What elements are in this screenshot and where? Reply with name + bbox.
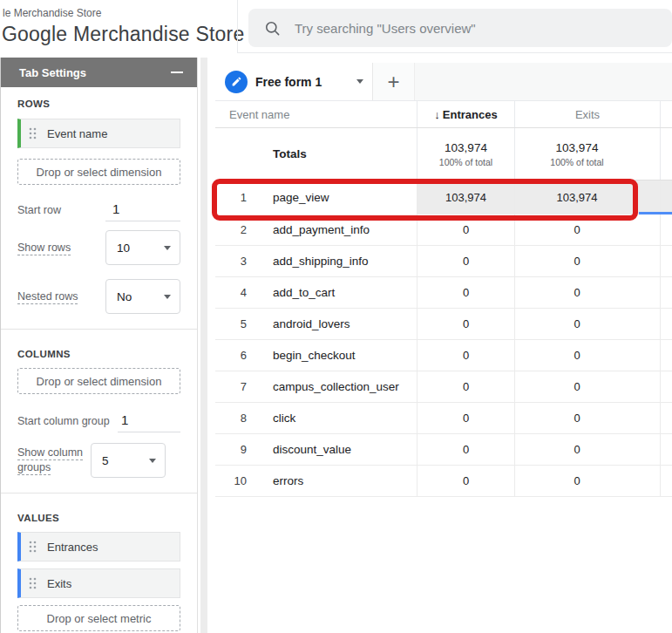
drag-handle-icon	[29, 576, 37, 590]
show-rows-select[interactable]: 10	[105, 230, 180, 265]
row-index: 6	[215, 349, 247, 362]
totals-label: Totals	[215, 128, 417, 180]
nested-rows-label: Nested rows	[17, 289, 105, 304]
column-header-event-name[interactable]: Event name	[215, 101, 417, 127]
metric-chip-exits[interactable]: Exits	[17, 568, 180, 598]
totals-entrances-cell: 103,974 100% of total	[417, 128, 514, 180]
chevron-down-icon	[149, 459, 156, 463]
app-window: le Merchandise Store Google Merchandise …	[0, 0, 672, 633]
event-name: add_payment_info	[273, 223, 370, 236]
entrances-value: 0	[417, 340, 514, 371]
table-row[interactable]: 2add_payment_info 0 0	[215, 214, 672, 246]
tab-settings-header[interactable]: Tab Settings	[1, 58, 197, 87]
edit-pencil-icon	[225, 71, 248, 93]
metric-chip-label: Exits	[47, 577, 71, 590]
overflow-cell	[660, 434, 672, 465]
table-row[interactable]: 5android_lovers 0 0	[215, 309, 672, 340]
minimize-icon[interactable]	[171, 71, 183, 73]
search-icon	[264, 20, 281, 37]
metric-chip-label: Entrances	[47, 541, 98, 554]
exits-value: 0	[514, 340, 660, 371]
overflow-cell	[660, 371, 672, 402]
overflow-cell	[660, 403, 672, 433]
show-column-groups-select[interactable]: 5	[91, 443, 166, 478]
overflow-cell	[660, 214, 672, 245]
row-index: 10	[215, 474, 247, 487]
values-section-label: VALUES	[17, 513, 180, 525]
show-rows-label: Show rows	[17, 241, 105, 255]
exits-value: 0	[514, 277, 660, 308]
drag-handle-icon	[29, 126, 37, 140]
columns-section-label: COLUMNS	[17, 349, 180, 361]
metric-chip-entrances[interactable]: Entrances	[17, 532, 180, 562]
nested-rows-value: No	[117, 290, 132, 303]
overflow-cell	[660, 340, 672, 371]
tab-settings-body: ROWS Event name Drop or select dimension…	[1, 87, 197, 631]
tab-free-form-1[interactable]: Free form 1	[215, 63, 373, 100]
show-rows-field: Show rows 10	[17, 230, 180, 265]
event-name: campus_collection_user	[273, 380, 399, 393]
panel-scrollbar[interactable]	[200, 58, 207, 633]
entrances-value: 0	[417, 434, 514, 465]
column-header-entrances[interactable]: ↓ Entrances	[417, 101, 514, 127]
overflow-cell	[660, 180, 672, 214]
entrances-value: 0	[417, 403, 514, 433]
drop-dimension-rows[interactable]: Drop or select dimension	[17, 159, 180, 185]
drop-metric[interactable]: Drop or select metric	[17, 605, 180, 631]
start-row-input[interactable]	[105, 199, 180, 221]
start-column-group-input[interactable]	[118, 410, 180, 432]
nested-rows-field: Nested rows No	[17, 279, 180, 314]
event-name: errors	[273, 474, 303, 487]
show-column-groups-label: Show column groups	[17, 446, 91, 475]
sort-descending-icon: ↓	[434, 108, 440, 121]
event-name: click	[273, 412, 295, 425]
row-index: 8	[215, 412, 247, 425]
entrances-value: 0	[417, 214, 514, 245]
totals-exits-cell: 103,974 100% of total	[514, 128, 660, 180]
row-index: 3	[215, 255, 247, 268]
event-name: android_lovers	[273, 317, 350, 330]
table-row[interactable]: 10errors 0 0	[215, 466, 672, 497]
chevron-down-icon	[164, 295, 171, 299]
table-row[interactable]: 8click 0 0	[215, 403, 672, 434]
table-row[interactable]: 6begin_checkout 0 0	[215, 340, 672, 371]
exits-value: 103,974	[514, 180, 660, 214]
table-row[interactable]: 4add_to_cart 0 0	[215, 277, 672, 309]
report-area: Free form 1 + Event name ↓ Entrances Exi…	[215, 63, 672, 633]
section-divider	[1, 329, 197, 330]
show-column-groups-value: 5	[102, 454, 109, 467]
add-tab-button[interactable]: +	[373, 63, 415, 100]
nested-rows-select[interactable]: No	[105, 279, 180, 314]
drag-handle-icon	[29, 540, 37, 554]
column-header-exits[interactable]: Exits	[514, 101, 660, 127]
table-row[interactable]: 3add_shipping_info 0 0	[215, 246, 672, 277]
table-row[interactable]: 1page_view 103,974 103,974	[215, 180, 672, 214]
start-row-field: Start row	[17, 197, 180, 223]
table-row[interactable]: 7campus_collection_user 0 0	[215, 371, 672, 403]
overflow-cell	[660, 466, 672, 496]
drop-dimension-columns[interactable]: Drop or select dimension	[17, 368, 180, 394]
header-divider	[237, 0, 238, 52]
entrances-value: 0	[417, 246, 514, 276]
tab-settings-panel: Tab Settings ROWS Event name Drop or sel…	[0, 58, 198, 633]
exits-value: 0	[514, 403, 660, 433]
search-placeholder: Try searching "Users overview"	[295, 21, 476, 36]
start-column-group-field: Start column group	[17, 408, 180, 434]
chevron-down-icon	[164, 246, 171, 250]
exits-value: 0	[514, 466, 660, 496]
page-title: Google Merchandise Store	[2, 23, 244, 46]
overflow-cell	[660, 309, 672, 339]
search-bar[interactable]: Try searching "Users overview"	[248, 9, 672, 47]
row-index: 1	[215, 191, 247, 204]
entrances-value: 0	[417, 371, 514, 402]
row-index: 4	[215, 286, 247, 299]
table-row[interactable]: 9discount_value 0 0	[215, 434, 672, 466]
row-index: 5	[215, 317, 247, 330]
show-rows-value: 10	[117, 242, 130, 255]
breadcrumb: le Merchandise Store	[3, 7, 244, 19]
overflow-cell	[660, 277, 672, 308]
chevron-down-icon[interactable]	[356, 79, 363, 84]
event-name: add_to_cart	[273, 286, 335, 299]
show-column-groups-field: Show column groups 5	[17, 443, 180, 478]
dimension-chip-event-name[interactable]: Event name	[17, 119, 180, 148]
